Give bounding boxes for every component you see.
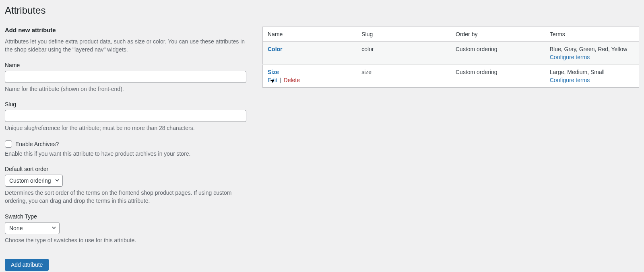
slug-hint: Unique slug/reference for the attribute;…: [5, 124, 246, 132]
configure-terms-link[interactable]: Configure terms: [550, 54, 590, 60]
enable-archives-hint: Enable this if you want this attribute t…: [5, 150, 246, 158]
attribute-terms: Large, Medium, Small: [550, 69, 634, 75]
slug-label: Slug: [5, 101, 246, 107]
enable-archives-label: Enable Archives?: [15, 141, 59, 147]
swatch-type-hint: Choose the type of swatches to use for t…: [5, 237, 246, 245]
configure-terms-link[interactable]: Configure terms: [550, 77, 590, 83]
attribute-order: Custom ordering: [451, 65, 545, 88]
attribute-order: Custom ordering: [451, 42, 545, 65]
col-name: Name: [263, 27, 357, 42]
slug-input[interactable]: [5, 110, 246, 122]
attribute-slug: color: [357, 42, 451, 65]
col-terms: Terms: [545, 27, 639, 42]
edit-link[interactable]: Edit: [268, 77, 277, 83]
name-hint: Name for the attribute (shown on the fro…: [5, 85, 246, 93]
enable-archives-checkbox[interactable]: [5, 140, 12, 148]
name-input[interactable]: [5, 71, 246, 83]
sort-order-hint: Determines the sort order of the terms o…: [5, 189, 246, 205]
separator: |: [277, 77, 283, 83]
form-intro: Attributes let you define extra product …: [5, 37, 246, 54]
add-attribute-form: Add new attribute Attributes let you def…: [5, 27, 246, 271]
add-attribute-button[interactable]: Add attribute: [5, 259, 49, 271]
col-slug: Slug: [357, 27, 451, 42]
col-order: Order by: [451, 27, 545, 42]
sort-order-label: Default sort order: [5, 166, 246, 172]
attribute-slug: size: [357, 65, 451, 88]
delete-link[interactable]: Delete: [284, 77, 300, 83]
attribute-name-link[interactable]: Color: [268, 46, 283, 52]
swatch-type-label: Swatch Type: [5, 213, 246, 220]
name-label: Name: [5, 62, 246, 68]
table-row: ColorcolorCustom orderingBlue, Gray, Gre…: [263, 42, 639, 65]
swatch-type-select[interactable]: None: [5, 222, 60, 234]
attribute-name-link[interactable]: Size: [268, 69, 279, 75]
table-row: SizeEdit | Delete➤sizeCustom orderingLar…: [263, 65, 639, 88]
attribute-terms: Blue, Gray, Green, Red, Yellow: [550, 46, 634, 52]
attributes-table: Name Slug Order by Terms ColorcolorCusto…: [262, 27, 639, 88]
sort-order-select[interactable]: Custom ordering: [5, 175, 63, 187]
row-actions: Edit | Delete➤: [268, 77, 352, 83]
form-title: Add new attribute: [5, 27, 246, 33]
page-title: Attributes: [5, 3, 639, 16]
